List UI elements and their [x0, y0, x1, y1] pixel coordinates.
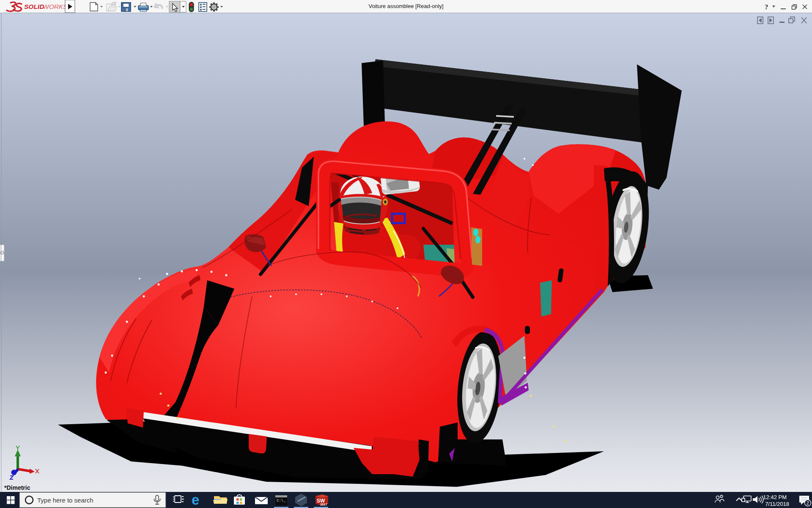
- svg-text:2: 2: [807, 500, 809, 505]
- svg-text:SOLID: SOLID: [24, 3, 44, 10]
- svg-text:C:\_: C:\_: [277, 499, 286, 503]
- svg-text:WORKS: WORKS: [43, 3, 68, 10]
- svg-text:12:42 PM: 12:42 PM: [763, 494, 787, 500]
- svg-text:Type here to search: Type here to search: [37, 497, 93, 504]
- svg-text:?: ?: [765, 3, 768, 11]
- svg-text:2017: 2017: [320, 502, 327, 506]
- svg-text:7/11/2018: 7/11/2018: [765, 501, 789, 507]
- svg-text:e: e: [192, 492, 199, 508]
- svg-text:*Dimetric: *Dimetric: [4, 484, 30, 491]
